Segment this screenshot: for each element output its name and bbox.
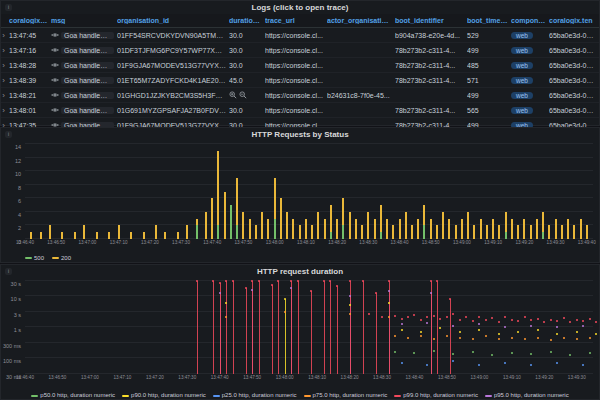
bar-200 [517,225,519,239]
logs-panel-title[interactable]: Logs (click to open trace) [252,3,349,12]
bar-200 [83,225,85,239]
legend-item[interactable]: p75.0 http, duration numeric [304,392,388,399]
row-expand-chevron-icon[interactable]: › [1,91,9,100]
legend-color-dash [25,257,32,259]
column-header-trace-url[interactable]: trace_url [265,17,327,24]
cell-trace_url[interactable]: https://console.cl... [265,32,327,39]
cell-trace_url[interactable]: https://console.cl... [265,77,327,84]
point-p50 [394,351,396,353]
bar-200 [118,225,120,239]
point-p99 [368,313,370,315]
column-header-boot-identifier[interactable]: boot_identifier [395,17,467,24]
column-header-boot-time-seconds[interactable]: boot_time_seconds [467,17,511,24]
sort-desc-icon: ▼ [258,18,263,24]
bar-500 [217,225,219,239]
x-axis: 13:46:4013:46:5013:47:0013:47:1013:47:20… [25,240,593,247]
point-p75 [394,335,396,337]
bar-200 [49,225,51,239]
legend-item[interactable]: 500 [25,255,44,261]
row-expand-chevron-icon[interactable]: › [1,46,9,55]
x-tick-label: 13:48:50 [422,240,440,245]
column-header-msg[interactable]: msg [51,17,117,24]
zoom-out-icon[interactable] [239,91,247,99]
cell-trace_url[interactable]: https://console.cl... [265,107,327,114]
legend-item[interactable]: p95.0 http, duration numeric [485,392,569,399]
x-tick-label: 13:48:00 [276,375,294,380]
cell-trace_url[interactable]: https://console.cl... [265,92,327,99]
bar-200 [186,225,188,239]
column-header-coralogix-timestamp[interactable]: coralogix.timestamp [9,17,51,24]
cell-trace_url[interactable]: https://console.cl... [265,62,327,69]
bar-200 [523,219,525,239]
legend-color-dash [52,257,59,259]
point-p75 [524,338,526,340]
point-p99 [511,319,513,321]
spike-p99 [363,281,364,374]
column-header-coralogix-ten[interactable]: coralogix.ten [549,17,599,24]
http-duration-panel-header[interactable]: i HTTP request duration [1,265,599,278]
gridline [25,295,593,296]
cell-organisation_id: 01FF54SRCVDKYDVN90A5TMKZD0 [117,32,229,39]
bar-200 [311,225,313,239]
duration-cell [229,91,265,99]
zoom-in-icon[interactable] [229,91,237,99]
cell-trace_url[interactable]: https://console.cl... [265,47,327,54]
column-header-actor-organisation-id[interactable]: actor_organisation_id [327,17,395,24]
point-p99 [433,315,435,317]
legend-item[interactable]: p25.0 http, duration numeric [213,392,297,399]
row-expand-chevron-icon[interactable]: › [1,106,9,115]
point-p75 [472,338,474,340]
bar-200 [108,232,110,239]
point-p25 [556,362,558,364]
row-expand-chevron-icon[interactable]: › [1,61,9,70]
http-duration-panel-title[interactable]: HTTP request duration [257,267,343,276]
spike-p99 [437,281,438,374]
table-row[interactable]: ›13:47:16Goa handled H...01DF3TJFMG6PC9Y… [1,43,599,58]
cell-boot_time_seconds: 485 [467,62,511,69]
column-header-organisation-id[interactable]: organisation_id [117,17,229,24]
table-row[interactable]: ›13:48:39Goa handled H...01ET65M7ZADYFCK… [1,73,599,88]
bar-200 [40,232,42,239]
y-tick-label: 14 [15,144,21,150]
row-expand-chevron-icon[interactable]: › [1,76,9,85]
spike-p99 [197,281,198,374]
component-badge: web [511,47,533,54]
legend-item[interactable]: 200 [52,255,71,261]
point-p99 [543,321,545,323]
legend-label: p50.0 http, duration numeric [40,392,115,399]
cell-boot_identifier: 78b273b2-c311-4... [395,47,467,54]
http-status-panel-header[interactable]: i HTTP Requests by Status [1,128,599,141]
panel-info-icon[interactable]: i [5,131,12,138]
msg-cell: Goa handled H... [51,62,117,69]
point-p99 [426,316,428,318]
table-row[interactable]: ›13:47:45Goa handled H...01FF54SRCVDKYDV… [1,28,599,43]
bar-200 [561,225,563,239]
column-header-duration[interactable]: duration▼ [229,17,265,24]
table-row[interactable]: ›13:48:28Goa handled H...01F9GJA67MODEV5… [1,58,599,73]
point-p99 [472,320,474,322]
column-header-component[interactable]: component [511,17,549,24]
point-p99 [452,313,454,315]
panel-info-icon[interactable]: i [5,268,12,275]
gridline [25,280,593,281]
point-p99 [381,316,383,318]
x-axis: 13:46:4013:46:5013:47:0013:47:1013:47:20… [25,375,593,382]
point-p90 [459,331,461,333]
row-expand-chevron-icon[interactable]: › [1,31,9,40]
table-row[interactable]: ›13:48:01Goa handled H...01G691MYZGPSAFJ… [1,103,599,118]
legend-item[interactable]: p90.0 http, duration numeric [122,392,206,399]
y-tick-label: 2 [18,225,21,231]
panel-info-icon[interactable]: i [5,4,12,11]
legend-item[interactable]: p50.0 http, duration numeric [31,392,115,399]
bar-200 [299,225,301,239]
http-status-panel-title[interactable]: HTTP Requests by Status [251,130,348,139]
table-row[interactable]: ›13:48:21Goa handled H...01GHGD1JZJKYB2C… [1,88,599,103]
logs-panel-header[interactable]: i Logs (click to open trace) [1,1,599,14]
bar-200 [267,219,269,239]
point-p99 [589,318,591,320]
x-tick-label: 13:49:30 [547,240,565,245]
bar-500 [236,225,238,239]
legend-item[interactable]: p99.0 http, duration numeric [394,392,478,399]
point-p99 [563,317,565,319]
y-tick-label: 30 s [11,281,21,287]
